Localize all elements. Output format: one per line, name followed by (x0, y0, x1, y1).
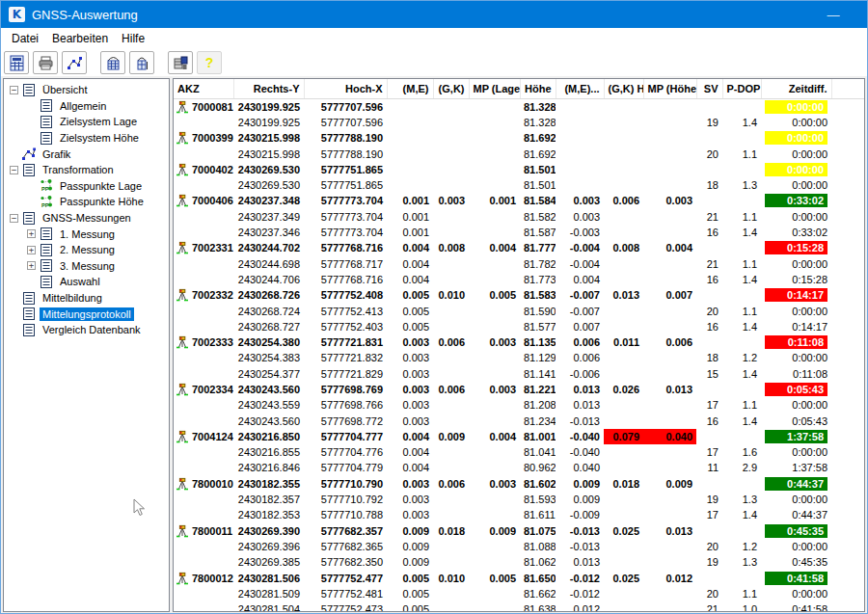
table-subrow[interactable]: 2430281.5095777752.4810.00581.662-0.0122… (174, 586, 865, 601)
tree-item-1-messung[interactable]: +1. Messung (4, 226, 169, 242)
gk-h-cell (604, 162, 643, 177)
tree-item-zielsystem-h-he[interactable]: Zielsystem Höhe (4, 130, 169, 147)
table-subrow[interactable]: 2430216.8465777704.7790.00480.9620.04011… (174, 460, 865, 475)
column-header-sv[interactable]: SV (696, 79, 722, 98)
tree-item-gnss-messungen[interactable]: −GNSS-Messungen (4, 210, 169, 227)
expand-icon[interactable]: + (27, 261, 36, 270)
gk-h-cell (604, 115, 643, 130)
tree-item-2-messung[interactable]: +2. Messung (4, 242, 169, 258)
tree-item-allgemein[interactable]: Allgemein (4, 98, 169, 115)
table-subrow[interactable]: 2430268.7245777752.4130.00581.590-0.0072… (174, 303, 865, 318)
table-subrow[interactable]: 2430215.9985777788.19081.692201.10:00:00 (174, 146, 865, 161)
table-subrow[interactable]: 2430254.3835777721.8320.00381.1290.00618… (174, 350, 865, 365)
tree-item-zielsystem-lage[interactable]: Zielsystem Lage (4, 114, 169, 130)
me-h-cell (556, 177, 604, 193)
calculator-button[interactable] (4, 51, 29, 74)
table-row[interactable]: 70003992430215.9985777788.19081.6920:00:… (174, 130, 865, 146)
column-header-h-he[interactable]: Höhe (520, 79, 556, 98)
mp-hoehe-cell (643, 444, 696, 460)
tree-item-auswahl[interactable]: Auswahl (4, 274, 169, 290)
column-header-p-dop[interactable]: P-DOP (722, 79, 761, 98)
column-header-mp-lage[interactable]: MP (Lage) (469, 79, 520, 98)
tree-item-transformation[interactable]: −Transformation (4, 162, 169, 178)
menu-bearbeiten[interactable]: Bearbeiten (45, 30, 115, 47)
me-h-cell: -0.013 (556, 523, 604, 539)
zeitdiff-cell: 1:37:58 (761, 429, 831, 444)
rechts-y-cell: 2430269.385 (233, 554, 304, 570)
window-title: GNSS-Auswertung (32, 8, 138, 22)
table-subrow[interactable]: 2430269.5305777751.86581.501181.30:00:00 (174, 177, 865, 193)
mp-hoehe-cell (643, 255, 696, 271)
hoehe-cell: 81.662 (520, 586, 556, 601)
expand-icon[interactable]: + (27, 246, 36, 254)
table-row[interactable]: 78000122430281.5065777752.4770.0050.0100… (174, 570, 865, 585)
table-subrow[interactable]: 2430237.3495777773.7040.00181.5820.00321… (174, 209, 865, 225)
column-header-mp-h-he[interactable]: MP (Höhe) (643, 79, 696, 98)
table-row[interactable]: 70004022430269.5305777751.86581.5010:00:… (174, 162, 865, 177)
tree-item-3-messung[interactable]: +3. Messung (4, 258, 169, 275)
collapse-icon[interactable]: − (10, 166, 18, 174)
column-header-m-e[interactable]: (M,E) (387, 79, 433, 98)
column-header-zeitdiff[interactable]: Zeitdiff. (761, 79, 831, 98)
minimize-button[interactable]: — (819, 8, 848, 22)
table-subrow[interactable]: 2430268.7275777752.4030.00581.5770.00716… (174, 319, 865, 334)
table-row[interactable]: 70004062430237.3485777773.7040.0010.0030… (174, 193, 865, 208)
table-subrow[interactable]: 2430269.3855777682.3500.00981.0620.01319… (174, 554, 865, 570)
export-button[interactable] (129, 51, 154, 74)
mp-lage-cell (469, 130, 520, 146)
menu-hilfe[interactable]: Hilfe (115, 30, 151, 47)
title-bar: K GNSS-Auswertung — (1, 1, 867, 28)
database-button[interactable] (168, 51, 193, 74)
tree-item-grafik[interactable]: Grafik (4, 146, 169, 162)
table-row[interactable]: 70000812430199.9255777707.59681.3280:00:… (174, 98, 865, 115)
table-subrow[interactable]: 2430199.9255777707.59681.328191.40:00:00 (174, 115, 865, 130)
gk-cell (433, 255, 469, 271)
table-row[interactable]: 78000102430182.3555777710.7900.0030.0060… (174, 476, 865, 492)
menu-datei[interactable]: Datei (5, 30, 45, 47)
me-cell (387, 115, 433, 130)
collapse-icon[interactable]: − (10, 86, 18, 94)
table-subrow[interactable]: 2430182.3575777710.7920.00381.5930.00919… (174, 492, 865, 507)
expand-icon[interactable]: + (27, 229, 36, 238)
table-row[interactable]: 70041242430216.8505777704.7770.0040.0090… (174, 429, 865, 444)
me-cell: 0.005 (387, 287, 433, 303)
table-row[interactable]: 78000112430269.3905777682.3570.0090.0180… (174, 523, 865, 539)
tree-item-bersicht[interactable]: −Übersicht (4, 82, 169, 98)
table-subrow[interactable]: 2430216.8555777704.7760.00481.041-0.0401… (174, 444, 865, 460)
table-subrow[interactable]: 2430244.7065777768.7160.00481.7730.00416… (174, 272, 865, 287)
column-header-hoch-x[interactable]: Hoch-X (304, 79, 387, 98)
table-row[interactable]: 70023322430268.7265777752.4080.0050.0100… (174, 287, 865, 303)
table-subrow[interactable]: 2430281.5045777752.4730.00581.6380.01221… (174, 601, 865, 612)
me-h-cell (556, 130, 604, 146)
tree-item-mittelbildung[interactable]: Mittelbildung (4, 290, 169, 307)
tree-item-mittelungsprotokoll[interactable]: Mittelungsprotokoll (4, 306, 169, 322)
table-subrow[interactable]: 2430182.3535777710.7880.00381.611-0.0091… (174, 507, 865, 522)
akz-value: 7004124 (192, 431, 233, 442)
table-row[interactable]: 70023312430244.7025777768.7160.0040.0080… (174, 240, 865, 255)
table-subrow[interactable]: 2430237.3465777773.7040.00181.587-0.0031… (174, 225, 865, 240)
mp-lage-cell (469, 350, 520, 365)
tree-item-vergleich-datenbank[interactable]: Vergleich Datenbank (4, 322, 169, 338)
table-row[interactable]: 70023342430243.5605777698.7690.0030.0060… (174, 382, 865, 397)
help-button[interactable]: ? (197, 51, 222, 74)
table-subrow[interactable]: 2430243.5595777698.7660.00381.2080.01317… (174, 397, 865, 413)
zeitdiff-badge: 0:15:28 (765, 241, 827, 254)
table-subrow[interactable]: 2430269.3965777682.3650.00981.088-0.0132… (174, 539, 865, 554)
table-row[interactable]: 70023332430254.3805777721.8310.0030.0060… (174, 334, 865, 350)
tree-item-passpunkte-h-he[interactable]: PPPasspunkte Höhe (4, 194, 169, 210)
collapse-icon[interactable]: − (10, 214, 18, 223)
import-button[interactable] (100, 51, 125, 74)
table-subrow[interactable]: 2430243.5605777698.7720.00381.234-0.0131… (174, 413, 865, 428)
column-header-g-k-h[interactable]: (G,K) H (604, 79, 643, 98)
table-subrow[interactable]: 2430254.3775777721.8290.00381.141-0.0061… (174, 366, 865, 382)
column-header-akz[interactable]: AKZ (174, 79, 233, 98)
pdop-cell (722, 429, 761, 444)
tree-item-passpunkte-lage[interactable]: PPPasspunkte Lage (4, 178, 169, 195)
graphic-button[interactable] (62, 51, 87, 74)
table-subrow[interactable]: 2430244.6985777768.7170.00481.782-0.0042… (174, 255, 865, 271)
me-h-cell: 0.006 (556, 334, 604, 350)
column-header-rechts-y[interactable]: Rechts-Y (233, 79, 304, 98)
print-button[interactable] (33, 51, 58, 74)
column-header-g-k[interactable]: (G,K) (433, 79, 469, 98)
column-header-m-e[interactable]: (M,E)... (556, 79, 604, 98)
